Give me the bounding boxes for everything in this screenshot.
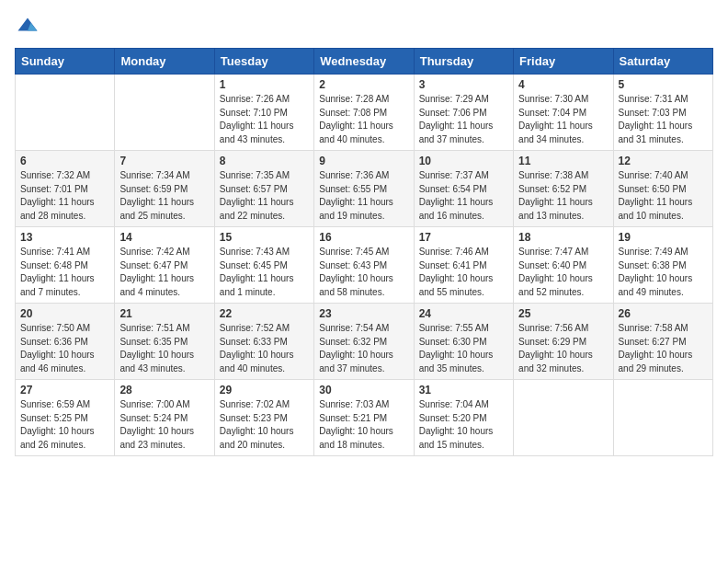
day-info: Sunrise: 7:35 AM Sunset: 6:57 PM Dayligh…	[220, 169, 309, 223]
calendar-cell: 25Sunrise: 7:56 AM Sunset: 6:29 PM Dayli…	[514, 304, 613, 380]
day-number: 26	[619, 307, 708, 320]
day-info: Sunrise: 7:43 AM Sunset: 6:45 PM Dayligh…	[220, 246, 309, 299]
day-info: Sunrise: 7:26 AM Sunset: 7:10 PM Dayligh…	[220, 93, 309, 146]
day-info: Sunrise: 7:30 AM Sunset: 7:04 PM Dayligh…	[518, 93, 608, 146]
day-info: Sunrise: 7:47 AM Sunset: 6:40 PM Dayligh…	[518, 246, 608, 299]
calendar-cell: 1Sunrise: 7:26 AM Sunset: 7:10 PM Daylig…	[214, 75, 313, 151]
day-info: Sunrise: 7:42 AM Sunset: 6:47 PM Dayligh…	[119, 246, 209, 299]
logo	[15, 15, 44, 40]
calendar-header-monday: Monday	[115, 49, 214, 75]
day-info: Sunrise: 7:00 AM Sunset: 5:24 PM Dayligh…	[119, 398, 209, 452]
calendar-cell: 10Sunrise: 7:37 AM Sunset: 6:54 PM Dayli…	[414, 151, 513, 227]
calendar-cell	[613, 380, 712, 456]
day-number: 3	[419, 78, 508, 91]
day-info: Sunrise: 7:28 AM Sunset: 7:08 PM Dayligh…	[319, 93, 408, 146]
calendar-header-wednesday: Wednesday	[314, 49, 414, 75]
day-info: Sunrise: 7:36 AM Sunset: 6:55 PM Dayligh…	[319, 169, 408, 223]
day-number: 29	[220, 384, 309, 396]
day-number: 27	[20, 384, 109, 396]
day-info: Sunrise: 7:56 AM Sunset: 6:29 PM Dayligh…	[518, 322, 608, 375]
calendar-cell: 3Sunrise: 7:29 AM Sunset: 7:06 PM Daylig…	[414, 75, 513, 151]
calendar-week-row: 20Sunrise: 7:50 AM Sunset: 6:36 PM Dayli…	[16, 304, 713, 380]
calendar-cell: 26Sunrise: 7:58 AM Sunset: 6:27 PM Dayli…	[613, 304, 712, 380]
day-info: Sunrise: 7:02 AM Sunset: 5:23 PM Dayligh…	[220, 398, 309, 452]
calendar-cell: 18Sunrise: 7:47 AM Sunset: 6:40 PM Dayli…	[514, 227, 613, 304]
day-info: Sunrise: 7:55 AM Sunset: 6:30 PM Dayligh…	[419, 322, 508, 375]
day-number: 7	[119, 155, 209, 167]
day-number: 22	[220, 307, 309, 320]
calendar-cell: 31Sunrise: 7:04 AM Sunset: 5:20 PM Dayli…	[414, 380, 513, 456]
day-info: Sunrise: 7:40 AM Sunset: 6:50 PM Dayligh…	[619, 169, 708, 223]
day-info: Sunrise: 7:50 AM Sunset: 6:36 PM Dayligh…	[20, 322, 109, 375]
day-number: 19	[619, 231, 708, 244]
day-number: 13	[20, 231, 109, 244]
day-number: 2	[319, 78, 408, 91]
day-info: Sunrise: 7:45 AM Sunset: 6:43 PM Dayligh…	[319, 246, 408, 299]
calendar-cell: 21Sunrise: 7:51 AM Sunset: 6:35 PM Dayli…	[115, 304, 214, 380]
day-number: 16	[319, 231, 408, 244]
calendar-cell: 12Sunrise: 7:40 AM Sunset: 6:50 PM Dayli…	[613, 151, 712, 227]
calendar-cell: 14Sunrise: 7:42 AM Sunset: 6:47 PM Dayli…	[115, 227, 214, 304]
calendar-header-friday: Friday	[514, 49, 613, 75]
day-info: Sunrise: 7:51 AM Sunset: 6:35 PM Dayligh…	[119, 322, 209, 375]
calendar-header-thursday: Thursday	[414, 49, 513, 75]
day-number: 14	[119, 231, 209, 244]
calendar-header-row: SundayMondayTuesdayWednesdayThursdayFrid…	[16, 49, 713, 75]
day-number: 17	[419, 231, 508, 244]
day-info: Sunrise: 7:41 AM Sunset: 6:48 PM Dayligh…	[20, 246, 109, 299]
day-info: Sunrise: 7:37 AM Sunset: 6:54 PM Dayligh…	[419, 169, 508, 223]
day-info: Sunrise: 7:38 AM Sunset: 6:52 PM Dayligh…	[518, 169, 608, 223]
day-number: 30	[319, 384, 408, 396]
day-info: Sunrise: 7:58 AM Sunset: 6:27 PM Dayligh…	[619, 322, 708, 375]
day-info: Sunrise: 7:04 AM Sunset: 5:20 PM Dayligh…	[419, 398, 508, 452]
day-info: Sunrise: 6:59 AM Sunset: 5:25 PM Dayligh…	[20, 398, 109, 452]
day-number: 1	[220, 78, 309, 91]
day-number: 24	[419, 307, 508, 320]
day-number: 15	[220, 231, 309, 244]
calendar-cell: 4Sunrise: 7:30 AM Sunset: 7:04 PM Daylig…	[514, 75, 613, 151]
day-number: 18	[518, 231, 608, 244]
calendar-cell	[115, 75, 214, 151]
calendar-cell: 24Sunrise: 7:55 AM Sunset: 6:30 PM Dayli…	[414, 304, 513, 380]
calendar-header-tuesday: Tuesday	[214, 49, 313, 75]
calendar-cell: 7Sunrise: 7:34 AM Sunset: 6:59 PM Daylig…	[115, 151, 214, 227]
day-number: 6	[20, 155, 109, 167]
day-info: Sunrise: 7:54 AM Sunset: 6:32 PM Dayligh…	[319, 322, 408, 375]
day-number: 8	[220, 155, 309, 167]
calendar-cell: 15Sunrise: 7:43 AM Sunset: 6:45 PM Dayli…	[214, 227, 313, 304]
calendar-cell	[16, 75, 115, 151]
day-info: Sunrise: 7:31 AM Sunset: 7:03 PM Dayligh…	[619, 93, 708, 146]
day-number: 28	[119, 384, 209, 396]
calendar-cell: 23Sunrise: 7:54 AM Sunset: 6:32 PM Dayli…	[314, 304, 414, 380]
calendar-cell: 28Sunrise: 7:00 AM Sunset: 5:24 PM Dayli…	[115, 380, 214, 456]
day-number: 20	[20, 307, 109, 320]
day-number: 4	[518, 78, 608, 91]
day-number: 12	[619, 155, 708, 167]
day-number: 5	[619, 78, 708, 91]
page-header	[15, 15, 713, 40]
day-info: Sunrise: 7:32 AM Sunset: 7:01 PM Dayligh…	[20, 169, 109, 223]
calendar-cell: 29Sunrise: 7:02 AM Sunset: 5:23 PM Dayli…	[214, 380, 313, 456]
calendar-cell: 13Sunrise: 7:41 AM Sunset: 6:48 PM Dayli…	[16, 227, 115, 304]
calendar-week-row: 6Sunrise: 7:32 AM Sunset: 7:01 PM Daylig…	[16, 151, 713, 227]
calendar-cell: 16Sunrise: 7:45 AM Sunset: 6:43 PM Dayli…	[314, 227, 414, 304]
calendar-week-row: 13Sunrise: 7:41 AM Sunset: 6:48 PM Dayli…	[16, 227, 713, 304]
day-number: 11	[518, 155, 608, 167]
calendar-cell: 6Sunrise: 7:32 AM Sunset: 7:01 PM Daylig…	[16, 151, 115, 227]
calendar-table: SundayMondayTuesdayWednesdayThursdayFrid…	[15, 48, 713, 456]
calendar-week-row: 1Sunrise: 7:26 AM Sunset: 7:10 PM Daylig…	[16, 75, 713, 151]
day-number: 9	[319, 155, 408, 167]
calendar-cell	[514, 380, 613, 456]
calendar-cell: 22Sunrise: 7:52 AM Sunset: 6:33 PM Dayli…	[214, 304, 313, 380]
day-number: 21	[119, 307, 209, 320]
logo-icon	[15, 15, 40, 40]
day-info: Sunrise: 7:49 AM Sunset: 6:38 PM Dayligh…	[619, 246, 708, 299]
day-number: 23	[319, 307, 408, 320]
day-info: Sunrise: 7:34 AM Sunset: 6:59 PM Dayligh…	[119, 169, 209, 223]
calendar-cell: 5Sunrise: 7:31 AM Sunset: 7:03 PM Daylig…	[613, 75, 712, 151]
calendar-week-row: 27Sunrise: 6:59 AM Sunset: 5:25 PM Dayli…	[16, 380, 713, 456]
calendar-header-saturday: Saturday	[613, 49, 712, 75]
day-number: 25	[518, 307, 608, 320]
calendar-cell: 2Sunrise: 7:28 AM Sunset: 7:08 PM Daylig…	[314, 75, 414, 151]
day-info: Sunrise: 7:03 AM Sunset: 5:21 PM Dayligh…	[319, 398, 408, 452]
